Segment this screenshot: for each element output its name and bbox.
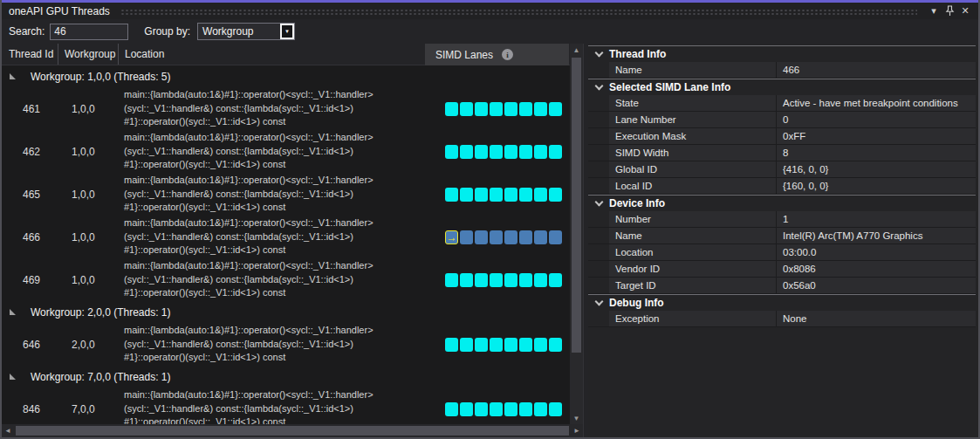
simd-lane[interactable] — [475, 102, 488, 116]
chevron-down-icon[interactable] — [594, 48, 603, 57]
simd-lane[interactable] — [534, 273, 547, 287]
simd-lane[interactable] — [490, 188, 503, 202]
property-row[interactable]: Location03:00.0 — [588, 244, 976, 261]
simd-lane[interactable] — [504, 145, 517, 159]
group-header[interactable]: Workgroup: 1,0,0 (Threads: 5) — [2, 65, 583, 87]
simd-lane[interactable] — [490, 402, 503, 416]
property-section-header[interactable]: Debug Info — [588, 294, 976, 311]
simd-lane[interactable] — [445, 188, 458, 202]
simd-lane[interactable] — [549, 402, 562, 416]
vertical-scroll-thumb[interactable] — [572, 58, 581, 353]
property-row[interactable]: Local ID{160, 0, 0} — [588, 178, 976, 195]
property-value[interactable]: {160, 0, 0} — [777, 178, 976, 194]
close-icon[interactable]: ✕ — [957, 4, 973, 18]
pin-icon[interactable] — [942, 4, 957, 18]
scroll-right-icon[interactable]: ► — [571, 427, 583, 435]
simd-lane[interactable] — [445, 102, 458, 116]
property-row[interactable]: SIMD Width8 — [588, 145, 976, 161]
property-row[interactable]: Name466 — [588, 62, 976, 79]
group-header[interactable]: Workgroup: 2,0,0 (Threads: 1) — [2, 301, 583, 323]
column-header-simd-lanes[interactable]: SIMD Lanes i — [425, 44, 569, 65]
simd-lane[interactable] — [519, 230, 532, 244]
simd-lane[interactable] — [534, 188, 547, 202]
group-header[interactable]: Workgroup: 7,0,0 (Threads: 1) — [2, 366, 583, 388]
property-value[interactable]: Intel(R) Arc(TM) A770 Graphics — [777, 228, 976, 244]
simd-lane[interactable] — [460, 102, 473, 116]
simd-lane[interactable] — [475, 188, 488, 202]
property-row[interactable]: ExceptionNone — [588, 311, 976, 327]
chevron-down-icon[interactable] — [594, 81, 603, 90]
simd-lane[interactable] — [549, 230, 562, 244]
simd-lane[interactable] — [519, 273, 532, 287]
horizontal-scrollbar[interactable]: ◄ ► — [2, 424, 583, 437]
thread-row[interactable]: 8467,0,0main::{lambda(auto:1&)#1}::opera… — [2, 388, 583, 424]
simd-lane[interactable] — [534, 230, 547, 244]
info-icon[interactable]: i — [502, 49, 513, 60]
property-row[interactable]: Vendor ID0x8086 — [588, 261, 976, 278]
simd-lane[interactable] — [460, 402, 473, 416]
simd-lane[interactable] — [534, 145, 547, 159]
scroll-down-icon[interactable]: ▼ — [570, 412, 583, 424]
property-section-header[interactable]: Selected SIMD Lane Info — [588, 79, 976, 95]
simd-lane[interactable] — [549, 145, 562, 159]
chevron-down-icon[interactable] — [594, 297, 603, 305]
property-row[interactable]: Global ID{416, 0, 0} — [588, 161, 976, 178]
expander-icon[interactable] — [10, 309, 16, 315]
property-value[interactable]: None — [777, 311, 976, 326]
simd-lane[interactable] — [549, 188, 562, 202]
simd-lane[interactable] — [519, 188, 532, 202]
simd-lane[interactable] — [504, 402, 517, 416]
column-header-thread-id[interactable]: Thread Id — [2, 44, 58, 65]
horizontal-scroll-thumb[interactable] — [16, 426, 569, 436]
scroll-left-icon[interactable]: ◄ — [2, 427, 14, 435]
simd-lane[interactable] — [549, 338, 562, 352]
expander-icon[interactable] — [10, 73, 16, 79]
simd-lane[interactable] — [549, 102, 562, 116]
thread-row[interactable]: 4661,0,0main::{lambda(auto:1&)#1}::opera… — [2, 216, 583, 258]
group-by-dropdown[interactable]: Workgroup ▼ — [197, 23, 295, 40]
property-value[interactable]: 0 — [777, 112, 976, 127]
simd-lane[interactable] — [534, 402, 547, 416]
property-value[interactable]: 1 — [777, 211, 976, 227]
simd-lane[interactable] — [519, 402, 532, 416]
simd-lane[interactable] — [490, 102, 503, 116]
property-row[interactable]: Lane Number0 — [588, 112, 976, 128]
property-value[interactable]: 466 — [777, 62, 976, 78]
property-value[interactable]: {416, 0, 0} — [777, 161, 976, 177]
property-row[interactable]: Target ID0x56a0 — [588, 278, 976, 294]
simd-lane[interactable] — [445, 273, 458, 287]
simd-lane[interactable] — [475, 145, 488, 159]
scroll-up-icon[interactable]: ▲ — [570, 44, 583, 56]
simd-lane[interactable] — [534, 338, 547, 352]
simd-lane[interactable] — [475, 273, 488, 287]
simd-lane[interactable] — [490, 338, 503, 352]
tool-window-titlebar[interactable]: oneAPI GPU Threads ▾ ✕ — [2, 3, 978, 19]
property-row[interactable]: StateActive - have met breakpoint condit… — [588, 95, 976, 112]
simd-lane[interactable] — [549, 273, 562, 287]
property-value[interactable]: 8 — [777, 145, 976, 161]
simd-lane[interactable] — [519, 102, 532, 116]
chevron-down-icon[interactable] — [594, 197, 603, 206]
thread-row[interactable]: 4651,0,0main::{lambda(auto:1&)#1}::opera… — [2, 173, 583, 216]
drag-handle-dots[interactable] — [120, 9, 917, 16]
simd-lane[interactable]: → — [445, 230, 458, 244]
simd-lane[interactable] — [445, 338, 458, 352]
simd-lane[interactable] — [445, 145, 458, 159]
thread-row[interactable]: 4691,0,0main::{lambda(auto:1&)#1}::opera… — [2, 258, 583, 301]
property-row[interactable]: Execution Mask0xFF — [588, 128, 976, 145]
simd-lane[interactable] — [490, 273, 503, 287]
simd-lane[interactable] — [504, 230, 517, 244]
simd-lane[interactable] — [445, 402, 458, 416]
column-header-workgroup[interactable]: Workgroup — [58, 44, 118, 65]
thread-row[interactable]: 4621,0,0main::{lambda(auto:1&)#1}::opera… — [2, 130, 583, 173]
simd-lane[interactable] — [460, 188, 473, 202]
simd-lane[interactable] — [504, 102, 517, 116]
dropdown-button[interactable]: ▼ — [280, 24, 294, 39]
property-section-header[interactable]: Thread Info — [588, 45, 976, 62]
expander-icon[interactable] — [10, 374, 16, 380]
simd-lane[interactable] — [475, 338, 488, 352]
vertical-scrollbar[interactable]: ▲ ▼ — [570, 44, 583, 424]
simd-lane[interactable] — [460, 338, 473, 352]
simd-lane[interactable] — [519, 145, 532, 159]
simd-lane[interactable] — [490, 230, 503, 244]
